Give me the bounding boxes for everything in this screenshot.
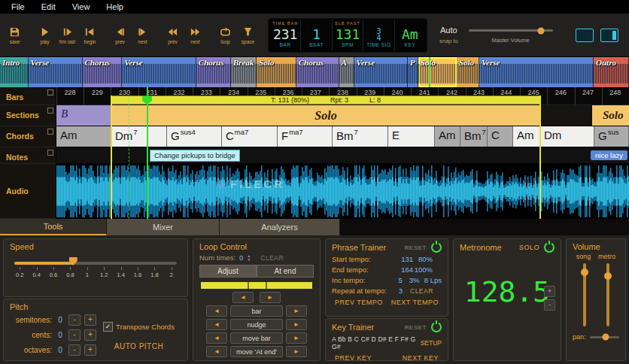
- master-volume-slider[interactable]: [469, 29, 553, 32]
- inc-tempo-percent[interactable]: 3%: [403, 276, 420, 284]
- bars-row-header[interactable]: Bars: [0, 87, 56, 105]
- chords-row-header[interactable]: Chords: [0, 126, 56, 147]
- overview-section-verse[interactable]: Verse: [122, 57, 196, 87]
- auto-pitch-button[interactable]: AUTO PITCH: [114, 342, 163, 350]
- transpose-chords-checkbox[interactable]: ✓ Transpose Chords: [103, 322, 175, 332]
- song-volume-slider[interactable]: [583, 263, 586, 326]
- playhead[interactable]: [147, 87, 148, 219]
- phrase-trainer-reset-button[interactable]: RESET: [405, 244, 427, 251]
- menu-help[interactable]: Help: [98, 0, 132, 14]
- loop-button[interactable]: loop: [215, 26, 235, 44]
- note-chip-change-pickups[interactable]: Change pickups to bridge: [150, 150, 240, 162]
- prev-tempo-button[interactable]: PREV TEMPO: [335, 299, 383, 306]
- bars-row-toggle[interactable]: [47, 89, 53, 96]
- key-trainer-power-button[interactable]: [431, 322, 442, 332]
- snap-to-value[interactable]: Auto: [440, 26, 457, 35]
- loop-mini-bar[interactable]: [201, 282, 312, 289]
- tab-tools[interactable]: Tools: [0, 219, 107, 235]
- inc-tempo-loops[interactable]: 8 Lps: [419, 276, 442, 284]
- next-section-button[interactable]: next: [185, 26, 205, 44]
- semitones-minus-button[interactable]: -: [68, 314, 81, 326]
- metronome-power-button[interactable]: [544, 242, 555, 253]
- next-bar-button[interactable]: next: [132, 26, 153, 44]
- overview-section-solo[interactable]: Solo: [257, 57, 296, 87]
- space-marker-button[interactable]: space: [238, 26, 258, 44]
- key-list[interactable]: A Bb B C C# D D# E F F# G G#: [332, 335, 421, 350]
- overview-section-chorus[interactable]: Chorus: [296, 57, 339, 87]
- go-to-begin-button[interactable]: begin: [80, 26, 100, 44]
- menu-view[interactable]: View: [64, 0, 99, 14]
- chord-cell-bm7[interactable]: Bm7: [460, 126, 488, 147]
- key-trainer-reset-button[interactable]: RESET: [405, 324, 427, 331]
- loop-fine-right-button[interactable]: ►: [260, 292, 281, 303]
- chord-cell-gsus4[interactable]: Gsus4: [167, 126, 222, 147]
- move-bar-left-button[interactable]: ◄: [206, 332, 227, 344]
- master-volume-knob[interactable]: [537, 27, 544, 34]
- chord-cell-e[interactable]: E: [388, 126, 435, 147]
- audio-row-header[interactable]: Audio: [0, 164, 56, 219]
- overview-section-verse[interactable]: Verse: [354, 57, 408, 87]
- overview-section-solo[interactable]: Solo: [457, 57, 479, 87]
- notes-row-toggle[interactable]: [47, 150, 53, 156]
- overview-section-outro[interactable]: Outro: [594, 57, 629, 87]
- chord-cell-cma7[interactable]: Cma7: [222, 126, 278, 147]
- start-tempo-value[interactable]: 131: [394, 255, 413, 263]
- overview-section-verse[interactable]: Verse: [479, 57, 594, 87]
- phrase-trainer-power-button[interactable]: [431, 242, 442, 253]
- cents-minus-button[interactable]: -: [68, 329, 81, 341]
- nudge-left-button[interactable]: ◄: [206, 319, 227, 330]
- metronome-plus-button[interactable]: +: [544, 286, 555, 297]
- adjust-button[interactable]: Adjust: [199, 265, 257, 278]
- octaves-minus-button[interactable]: -: [68, 344, 81, 356]
- metronome-minus-button[interactable]: -: [544, 299, 555, 311]
- note-chip-nice-lazy[interactable]: nice lazy: [591, 150, 627, 160]
- bottom-panel-toggle[interactable]: [576, 29, 594, 42]
- bar-right-button[interactable]: ►: [286, 305, 307, 317]
- menu-file[interactable]: File: [3, 0, 33, 14]
- chord-cell-am[interactable]: Am: [513, 126, 540, 147]
- end-tempo-value[interactable]: 164: [394, 265, 413, 274]
- nudge-button[interactable]: nudge: [230, 319, 283, 330]
- chords-row-toggle[interactable]: [47, 129, 53, 135]
- chord-cell-dm[interactable]: Dm: [540, 126, 594, 147]
- overview-section-intro[interactable]: Intro: [0, 57, 29, 87]
- semitones-plus-button[interactable]: +: [84, 314, 96, 326]
- cents-plus-button[interactable]: +: [84, 329, 96, 341]
- play-from-last-button[interactable]: frm last: [57, 26, 77, 44]
- overview-section-a[interactable]: A: [339, 57, 354, 87]
- metro-volume-knob[interactable]: [604, 272, 612, 280]
- prev-bar-button[interactable]: prev: [110, 26, 130, 44]
- menu-edit[interactable]: Edit: [33, 0, 64, 14]
- prev-key-button[interactable]: PREV KEY: [335, 354, 372, 362]
- move-at-end-right-button[interactable]: ►: [286, 346, 307, 357]
- move-at-end-button[interactable]: move 'At end': [230, 346, 283, 357]
- overview-section-solo[interactable]: Solo: [418, 57, 457, 87]
- loop-start-line[interactable]: [111, 96, 112, 219]
- num-times-clear-button[interactable]: CLEAR: [260, 254, 284, 262]
- repeat-tempo-clear-button[interactable]: CLEAR: [410, 287, 433, 295]
- bar-adjust-button[interactable]: bar: [230, 305, 283, 317]
- tab-mixer[interactable]: Mixer: [107, 219, 220, 235]
- nudge-right-button[interactable]: ►: [286, 319, 307, 330]
- notes-row-header[interactable]: Notes: [0, 147, 56, 164]
- move-bar-right-button[interactable]: ►: [286, 332, 307, 344]
- speed-slider[interactable]: [14, 262, 177, 265]
- sections-row-toggle[interactable]: [47, 108, 53, 114]
- speed-slider-track[interactable]: [14, 262, 177, 265]
- octaves-plus-button[interactable]: +: [84, 344, 96, 356]
- move-at-end-left-button[interactable]: ◄: [206, 346, 227, 357]
- chord-cell-fma7[interactable]: Fma7: [278, 126, 333, 147]
- repeat-at-tempo-value[interactable]: 3: [394, 287, 403, 295]
- key-trainer-setup-button[interactable]: SETUP: [421, 339, 442, 347]
- chord-cell-dm7[interactable]: Dm7: [111, 126, 167, 147]
- song-volume-knob[interactable]: [581, 268, 588, 276]
- save-button[interactable]: save: [5, 26, 25, 44]
- metro-volume-slider[interactable]: [606, 263, 609, 326]
- chord-cell-c[interactable]: C: [488, 126, 513, 147]
- sections-row-header[interactable]: Sections: [0, 105, 56, 126]
- metronome-solo-button[interactable]: SOLO: [519, 244, 539, 251]
- num-times-stepper[interactable]: ▲ ▼: [247, 254, 251, 261]
- prev-section-button[interactable]: prev: [163, 26, 183, 44]
- inc-tempo-value[interactable]: 5: [385, 276, 403, 284]
- waveform-canvas[interactable]: [56, 164, 629, 219]
